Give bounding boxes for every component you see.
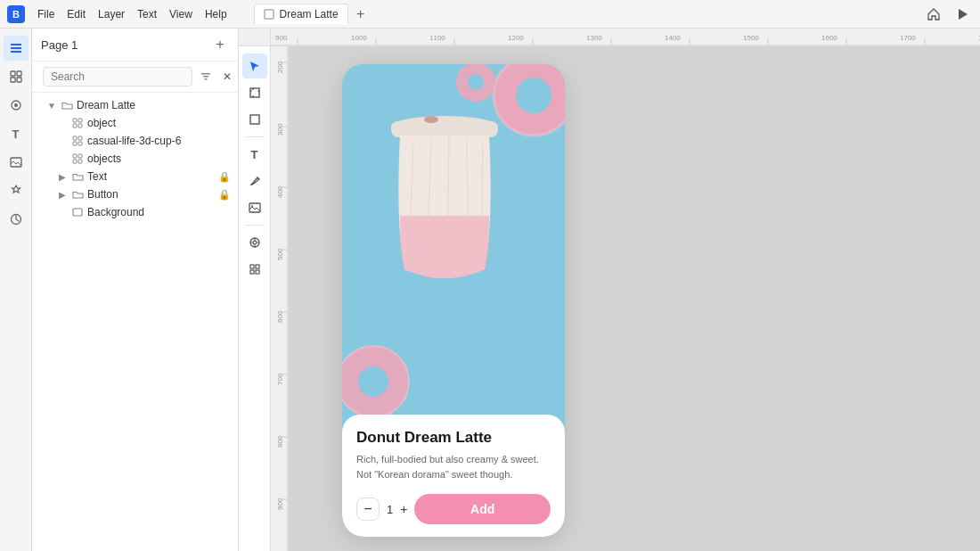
tree-item-text[interactable]: ▶ Text 🔒 [32,168,238,185]
chevron-icon: ▶ [57,189,68,200]
svg-rect-30 [73,209,82,216]
card-bg: Donut Dream Latte Rich, full-bodied but … [342,64,565,537]
svg-rect-68 [256,265,259,268]
canvas-area: 900 1000 1100 1200 1300 1400 1500 1600 1… [239,29,980,551]
svg-rect-94 [391,121,498,137]
canvas-main: T 200 [239,46,980,551]
folder-icon [61,99,73,111]
sidebar-icon-plugins[interactable] [4,178,29,203]
target-tool-button[interactable] [242,230,267,255]
svg-text:900: 900 [275,34,288,42]
menu-view[interactable]: View [164,6,198,22]
lock-icon: 🔒 [218,189,231,201]
pen-tool-button[interactable] [242,169,267,193]
svg-rect-15 [201,73,210,75]
tab-add-button[interactable]: + [350,4,372,25]
grid-tool-button[interactable] [242,257,267,282]
canvas-viewport[interactable]: Donut Dream Latte Rich, full-bodied but … [289,46,980,551]
qty-minus-button[interactable]: − [356,498,380,521]
component-icon [71,135,84,147]
sidebar-icon-image[interactable] [4,150,29,175]
rect-tool-button[interactable] [242,107,267,132]
chevron-icon: ▶ [57,171,68,182]
tree-item-button[interactable]: ▶ Button 🔒 [32,185,238,203]
card-bottom-panel: Donut Dream Latte Rich, full-bodied but … [342,415,565,537]
select-tool-button[interactable] [242,53,267,78]
svg-text:1000: 1000 [351,34,367,42]
svg-text:1300: 1300 [586,34,602,42]
tree-label: object [87,117,231,129]
svg-rect-0 [265,10,274,19]
home-button[interactable] [923,4,944,25]
tree-item-dream-latte[interactable]: ▼ Dream Latte [32,96,238,114]
add-page-button[interactable]: + [211,36,229,53]
layers-panel: Page 1 + ✕ ▼ Dream Latte [32,29,239,551]
svg-rect-5 [11,71,15,76]
svg-text:1200: 1200 [508,34,524,42]
svg-text:1400: 1400 [665,34,681,42]
svg-rect-16 [203,76,208,78]
image-tool-button[interactable] [242,195,267,220]
rect-icon [71,206,84,218]
tree-item-objects[interactable]: ▶ objects [32,150,238,168]
sidebar-icon-assets[interactable] [4,64,29,89]
menu-edit[interactable]: Edit [61,6,91,22]
svg-rect-69 [250,270,254,274]
svg-rect-4 [11,51,21,53]
component-icon [71,117,84,129]
add-to-cart-button[interactable]: Add [414,494,551,524]
svg-point-60 [251,205,253,207]
search-close-button[interactable]: ✕ [217,67,237,86]
tree-item-cup[interactable]: ▶ casual-life-3d-cup-6 [32,132,238,150]
svg-rect-52 [250,88,259,97]
frame-tool-button[interactable] [242,80,267,105]
menu-help[interactable]: Help [200,6,233,22]
svg-rect-3 [11,47,21,49]
menu-text[interactable]: Text [132,6,162,22]
lock-icon: 🔒 [218,171,231,183]
svg-rect-27 [78,154,82,158]
ruler-vertical: 200 300 400 500 600 700 800 900 [271,46,289,551]
svg-marker-1 [959,9,968,20]
svg-text:1500: 1500 [743,34,759,42]
svg-point-58 [257,177,258,179]
app-logo[interactable]: B [7,5,25,23]
tree-label: Text [87,170,215,183]
tree-item-background[interactable]: ▶ Background [32,203,238,221]
page-title: Page 1 [41,38,78,52]
tree-label: casual-life-3d-cup-6 [87,135,231,147]
svg-rect-70 [256,270,259,274]
folder-icon [71,170,84,183]
sidebar-icon-text[interactable]: T [4,121,29,146]
svg-rect-7 [11,78,15,82]
svg-rect-20 [73,124,77,127]
svg-rect-28 [73,160,77,163]
svg-rect-24 [73,142,77,145]
svg-rect-29 [78,160,82,163]
tab-title: Dream Latte [280,8,339,21]
layers-tree: ▼ Dream Latte ▶ object ▶ casu [32,93,238,551]
play-button[interactable] [951,4,973,25]
search-input[interactable] [43,67,192,86]
menu-file[interactable]: File [32,6,60,22]
svg-rect-22 [73,136,77,140]
tab-bar: Dream Latte + [254,4,372,25]
svg-rect-8 [17,78,21,82]
svg-point-62 [253,241,257,244]
canvas-toolbar: T [239,46,271,551]
coffee-cup [369,100,520,300]
search-filter-button[interactable] [196,67,216,86]
sidebar-icon-layers[interactable] [4,36,29,61]
sidebar-icon-history[interactable] [4,207,29,232]
tree-label: objects [87,152,231,165]
menu-layer[interactable]: Layer [93,6,130,22]
design-card: Donut Dream Latte Rich, full-bodied but … [342,64,565,537]
main-layout: T Page 1 + ✕ [0,29,980,551]
sidebar-icon-components[interactable] [4,93,29,118]
text-tool-button[interactable]: T [242,142,267,167]
tree-item-object[interactable]: ▶ object [32,114,238,132]
svg-point-100 [424,116,438,123]
ruler-corner [239,29,271,46]
tab-dream-latte[interactable]: Dream Latte [254,4,348,24]
menu-bar: File Edit Layer Text View Help [32,6,233,22]
